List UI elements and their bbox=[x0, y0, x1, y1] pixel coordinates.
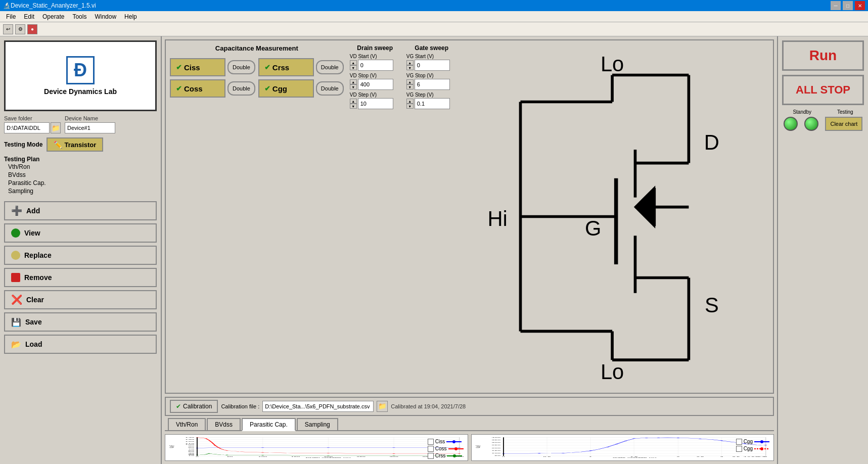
tab-parasitic[interactable]: Parasitic Cap. bbox=[242, 418, 296, 431]
save-button[interactable]: 💾 Save bbox=[4, 312, 157, 332]
svg-text:Cap. (pF): Cap. (pF) bbox=[168, 445, 175, 448]
vg-start-up[interactable]: ▲ bbox=[406, 60, 414, 65]
svg-text:1: 1 bbox=[589, 456, 592, 457]
run-button[interactable]: Run bbox=[782, 40, 864, 71]
cgg2-legend-check[interactable] bbox=[736, 446, 742, 452]
toolbar-btn-stop[interactable]: ● bbox=[27, 24, 37, 34]
svg-point-25 bbox=[452, 440, 455, 443]
status-lights: Clear chart bbox=[782, 117, 864, 131]
menu-help[interactable]: Help bbox=[120, 12, 141, 21]
svg-text:100: 100 bbox=[185, 444, 194, 445]
testing-mode-row: Testing Mode ✏️ Transistor bbox=[4, 137, 157, 152]
cap-grid: ✔ Ciss Double ✔ Crss Double bbox=[170, 58, 344, 98]
cgg-button[interactable]: ✔ Cgg bbox=[258, 79, 314, 98]
legend-ciss: Ciss bbox=[428, 439, 464, 445]
coss-button[interactable]: ✔ Coss bbox=[170, 79, 225, 98]
add-button[interactable]: ➕ Add bbox=[4, 201, 157, 220]
calibration-file-input[interactable] bbox=[262, 401, 374, 412]
vd-start-down[interactable]: ▼ bbox=[350, 65, 357, 70]
cgg1-legend-check[interactable] bbox=[736, 439, 742, 445]
vd-stop-down[interactable]: ▼ bbox=[350, 84, 357, 89]
cgg-double-button[interactable]: Double bbox=[316, 81, 344, 96]
device-name-input[interactable] bbox=[65, 122, 115, 133]
vg-stop-input[interactable] bbox=[415, 79, 450, 90]
svg-point-74 bbox=[392, 447, 395, 448]
coss-legend-check[interactable] bbox=[428, 446, 434, 452]
vd-stop-up[interactable]: ▲ bbox=[350, 79, 357, 84]
vd-stop-input[interactable] bbox=[358, 79, 393, 90]
clear-button[interactable]: ❌ Clear bbox=[4, 290, 157, 309]
vg-stop-down[interactable]: ▼ bbox=[406, 84, 414, 89]
add-icon: ➕ bbox=[11, 205, 22, 216]
close-button[interactable]: ✕ bbox=[855, 1, 865, 10]
vd-step-input[interactable] bbox=[358, 98, 393, 109]
load-button[interactable]: 📂 Load bbox=[4, 335, 157, 354]
vg-start-input[interactable] bbox=[415, 60, 450, 71]
vg-step-up[interactable]: ▲ bbox=[406, 99, 414, 104]
tab-vthr[interactable]: Vth/Ron bbox=[168, 418, 206, 430]
menu-window[interactable]: Window bbox=[90, 12, 120, 21]
plan-item-parasitic[interactable]: Parasitic Cap. bbox=[8, 179, 157, 187]
svg-text:70: 70 bbox=[188, 449, 194, 449]
svg-text:Lo: Lo bbox=[601, 52, 624, 76]
svg-text:2.5: 2.5 bbox=[696, 456, 704, 457]
view-icon bbox=[11, 228, 20, 238]
all-stop-button[interactable]: ALL STOP bbox=[782, 75, 864, 105]
save-folder-input[interactable] bbox=[4, 122, 50, 133]
plan-item-bvdss[interactable]: BVdss bbox=[8, 171, 157, 179]
remove-icon bbox=[11, 273, 20, 282]
svg-text:300: 300 bbox=[389, 456, 398, 457]
svg-text:50: 50 bbox=[188, 451, 194, 452]
menu-operate[interactable]: Operate bbox=[38, 12, 68, 21]
svg-text:90: 90 bbox=[188, 446, 194, 446]
cgg2-legend-label: Cgg bbox=[744, 446, 753, 451]
plan-item-vthr[interactable]: Vth/Ron bbox=[8, 163, 157, 171]
cal-browse-button[interactable]: 📁 bbox=[377, 401, 388, 412]
maximize-button[interactable]: □ bbox=[843, 1, 853, 10]
vg-start-down[interactable]: ▼ bbox=[406, 65, 414, 70]
minimize-button[interactable]: ─ bbox=[831, 1, 841, 10]
toolbar-btn-1[interactable]: ↩ bbox=[3, 24, 13, 34]
ciss-button[interactable]: ✔ Ciss bbox=[170, 58, 225, 76]
vg-stop-up[interactable]: ▲ bbox=[406, 79, 414, 84]
cap-title: Capacitance Measurement bbox=[170, 44, 344, 52]
folder-browse-button[interactable]: 📁 bbox=[51, 122, 61, 133]
crss-double-button[interactable]: Double bbox=[316, 60, 344, 74]
menu-tools[interactable]: Tools bbox=[68, 12, 90, 21]
vd-start-up[interactable]: ▲ bbox=[350, 60, 357, 65]
plan-item-sampling[interactable]: Sampling bbox=[8, 187, 157, 195]
vg-step-down[interactable]: ▼ bbox=[406, 104, 414, 109]
title-bar-icon: 🔬 bbox=[3, 2, 11, 9]
transistor-button[interactable]: ✏️ Transistor bbox=[47, 137, 103, 152]
crss-group: ✔ Crss Double bbox=[258, 58, 344, 76]
remove-button[interactable]: Remove bbox=[4, 268, 157, 287]
tab-bvdss[interactable]: BVdss bbox=[207, 418, 241, 430]
svg-text:Gate Voltage (V): Gate Voltage (V) bbox=[612, 457, 656, 458]
clear-chart-button[interactable]: Clear chart bbox=[825, 117, 862, 131]
crss-legend-check[interactable] bbox=[428, 453, 434, 459]
svg-text:150: 150 bbox=[491, 450, 500, 451]
toolbar-btn-2[interactable]: ⚙ bbox=[15, 24, 25, 34]
cal-timestamp: Calibrated at 19:04, 2021/7/28 bbox=[391, 403, 466, 409]
view-button[interactable]: View bbox=[4, 223, 157, 243]
ciss-double-button[interactable]: Double bbox=[227, 60, 255, 74]
vd-start-input[interactable] bbox=[358, 60, 393, 71]
svg-rect-97 bbox=[503, 437, 765, 456]
tab-sampling[interactable]: Sampling bbox=[297, 418, 338, 430]
vd-step-down[interactable]: ▼ bbox=[350, 104, 357, 109]
calibration-button[interactable]: ✔ Calibration bbox=[170, 400, 218, 413]
testing-label: Testing bbox=[837, 109, 853, 115]
replace-button[interactable]: Replace bbox=[4, 246, 157, 265]
svg-point-137 bbox=[537, 453, 540, 454]
menu-file[interactable]: File bbox=[2, 12, 20, 21]
svg-point-146 bbox=[676, 438, 679, 438]
ciss-legend-check[interactable] bbox=[428, 439, 434, 445]
vg-step-input[interactable] bbox=[415, 98, 450, 109]
coss-double-button[interactable]: Double bbox=[227, 81, 255, 96]
title-bar: 🔬 Device_Static_Ananlyzer_1.5.vi ─ □ ✕ bbox=[0, 0, 868, 11]
vd-step-up[interactable]: ▲ bbox=[350, 99, 357, 104]
vd-step-field: VD Step (V) ▲ ▼ bbox=[350, 92, 400, 109]
menu-edit[interactable]: Edit bbox=[20, 12, 38, 21]
crss-button[interactable]: ✔ Crss bbox=[258, 58, 314, 76]
svg-text:10: 10 bbox=[188, 455, 194, 456]
